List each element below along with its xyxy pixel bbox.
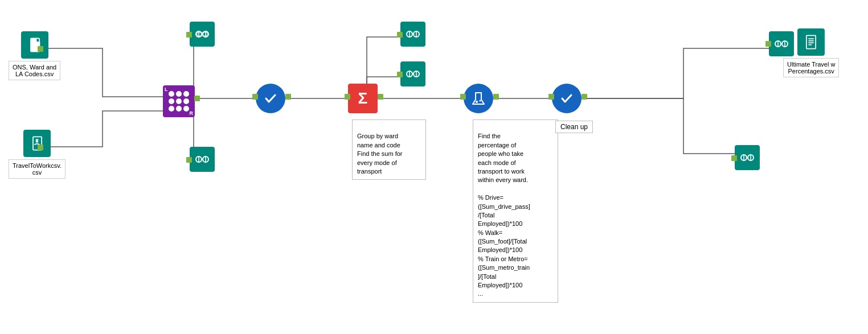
svg-point-22 [476,101,478,103]
join-l-label: L [165,86,168,92]
ons-file-icon [21,31,48,59]
browse-node-6[interactable] [769,31,794,56]
travel-file-node[interactable]: TravelToWorkcsv. csv [9,130,65,179]
browse4-connector [397,72,403,77]
svg-point-3 [36,140,39,143]
join-node[interactable]: L R [163,85,195,117]
browse1-connector [186,32,192,38]
output-file-label: Ultimate Travel w Percentages.csv [783,58,839,77]
browse-node-4[interactable] [400,61,425,86]
browse3-connector [397,32,403,38]
sum-out-connector [378,94,383,100]
sum-tooltip: Group by ward name and code Find the sum… [352,119,426,180]
filter-node-1[interactable] [256,84,285,113]
join-out-connector [194,96,200,101]
svg-point-23 [480,100,481,102]
analytics-in-connector [460,94,466,100]
browse6-connector [765,41,771,47]
svg-rect-28 [806,35,816,48]
browse-node-1[interactable] [190,22,215,47]
clean-up-label: Clean up [555,121,593,133]
browse-node-5[interactable] [735,145,760,170]
filter1-in-connector [252,94,258,100]
sum-icon: Σ [358,89,368,108]
output-file-icon [797,28,825,56]
svg-point-1 [33,42,36,44]
sum-in-connector [345,94,350,100]
browse-node-3[interactable] [400,22,425,47]
filter2-out-connector [582,94,587,100]
join-r-label: R [190,110,194,116]
analytics-tooltip: Find the percentage of people who take e… [473,119,558,303]
filter-node-2[interactable] [552,84,582,113]
browse2-connector [186,157,192,163]
filter2-in-connector [548,94,554,100]
analytics-out-connector [493,94,499,100]
filter1-out-connector [285,94,291,100]
travel-connector [38,145,43,150]
ons-connector [38,46,43,52]
browse5-connector [731,155,737,161]
analytics-node[interactable] [464,84,493,113]
ons-file-label: ONS, Ward and LA Codes.csv [9,61,60,80]
travel-file-label: TravelToWorkcsv. csv [9,159,65,179]
sum-node[interactable]: Σ [348,84,378,113]
browse-node-2[interactable] [190,147,215,172]
ons-file-node[interactable]: ONS, Ward and LA Codes.csv [9,31,60,80]
travel-file-icon [23,130,51,157]
